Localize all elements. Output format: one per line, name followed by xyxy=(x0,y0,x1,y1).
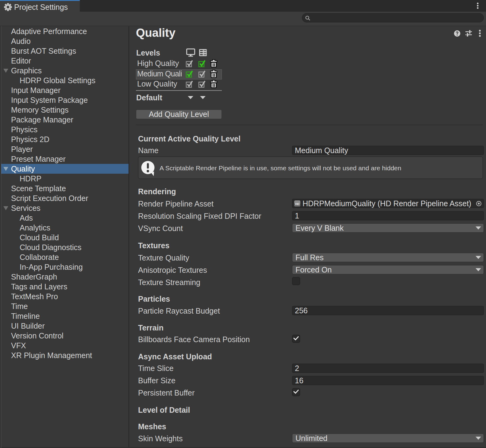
svg-text:HD: HD xyxy=(295,202,299,206)
